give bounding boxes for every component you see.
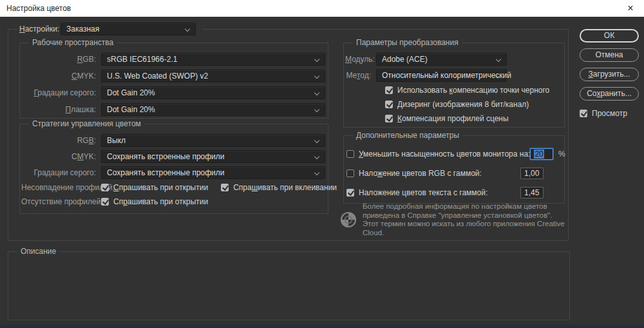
- scene-profiles-row: Компенсация профилей сцены: [345, 111, 560, 126]
- ws-gray-label: Градации серого:: [21, 88, 101, 97]
- intent-row: Метод: Относительный колориметрический: [345, 67, 560, 83]
- policies-group: Стратегии управления цветом RGB: Выкл CM…: [19, 124, 328, 214]
- desaturate-monitor-checkbox[interactable]: [346, 150, 354, 158]
- profile-mismatch-label: Несовпадение профилей:: [21, 183, 101, 192]
- ws-rgb-label: RGB:: [21, 55, 101, 64]
- ask-when-opening-checkbox[interactable]: [101, 184, 109, 191]
- save-button[interactable]: Сохранить...: [580, 87, 639, 101]
- ask-when-opening-pair: Спрашивать при открытии: [101, 183, 208, 192]
- desaturate-monitor-input[interactable]: 20: [530, 148, 553, 160]
- dither-checkbox[interactable]: [385, 101, 393, 108]
- blend-text-gamma-checkbox[interactable]: [346, 189, 354, 197]
- intent-label: Метод:: [345, 71, 376, 80]
- ask-when-pasting-pair: Спрашивать при вклеивании: [221, 183, 337, 192]
- ok-button[interactable]: ОК: [580, 29, 639, 43]
- chevron-down-icon: [496, 56, 501, 61]
- ask-when-pasting-checkbox[interactable]: [221, 184, 229, 191]
- ws-rgb-select[interactable]: sRGB IEC61966-2.1: [101, 53, 325, 66]
- engine-label: Модуль:: [345, 55, 376, 64]
- close-icon[interactable]: ×: [617, 0, 644, 17]
- preview-row: Просмотр: [580, 109, 639, 118]
- chevron-down-icon: [314, 90, 319, 95]
- ws-cmyk-label: CMYK:: [21, 72, 101, 81]
- chevron-down-icon: [314, 153, 319, 159]
- policy-gray-label: Градации серого:: [21, 168, 101, 177]
- ws-spot-label: Плашка:: [21, 105, 101, 114]
- intent-select[interactable]: Относительный колориметрический: [376, 69, 507, 82]
- chevron-down-icon: [185, 26, 190, 32]
- advanced-group: Дополнительные параметры Уменьшить насыщ…: [343, 135, 565, 204]
- ws-cmyk-row: CMYK: U.S. Web Coated (SWOP) v2: [21, 68, 327, 84]
- black-point-text: Использовать компенсацию точки черного: [397, 86, 549, 95]
- chevron-down-icon: [314, 73, 319, 79]
- black-point-row: Использовать компенсацию точки черного: [345, 83, 560, 97]
- desaturate-monitor-row: Уменьшить насыщенность цветов монитора н…: [346, 144, 560, 164]
- ws-gray-select[interactable]: Dot Gain 20%: [101, 86, 325, 99]
- blend-text-gamma-label: Наложение цветов текста с гаммой:: [359, 188, 520, 197]
- ws-rgb-row: RGB: sRGB IEC61966-2.1: [21, 51, 327, 68]
- chevron-down-icon: [314, 107, 319, 112]
- cancel-button[interactable]: Отмена: [580, 48, 639, 62]
- policy-rgb-row: RGB: Выкл: [21, 132, 327, 148]
- conversion-group: Параметры преобразования Модуль: Adobe (…: [343, 43, 565, 128]
- percent-suffix: %: [553, 150, 570, 159]
- chevron-down-icon: [314, 57, 319, 62]
- description-group: Описание: [8, 251, 570, 320]
- engine-row: Модуль: Adobe (ACE): [345, 51, 560, 67]
- ask-when-opening2-pair: Спрашивать при открытии: [101, 197, 208, 206]
- chevron-down-icon: [314, 169, 319, 175]
- black-point-checkbox[interactable]: [385, 86, 393, 94]
- ask-when-opening2-text: Спрашивать при открытии: [113, 197, 208, 206]
- preview-checkbox[interactable]: [580, 110, 587, 117]
- title-bar: Настройка цветов ×: [0, 0, 644, 17]
- window-title: Настройка цветов: [6, 0, 71, 17]
- working-spaces-title: Рабочие пространства: [29, 38, 117, 47]
- policy-gray-select[interactable]: Сохранять встроенные профили: [101, 166, 325, 179]
- scene-profiles-text: Компенсация профилей сцены: [397, 114, 509, 123]
- load-button[interactable]: Загрузить...: [580, 68, 639, 81]
- ask-when-opening-text: Спрашивать при открытии: [113, 183, 208, 192]
- blend-text-gamma-row: Наложение цветов текста с гаммой: 1,45: [346, 183, 560, 202]
- help-note-text: Более подробная информация по настройкам…: [363, 202, 566, 237]
- ws-spot-row: Плашка: Dot Gain 20%: [21, 101, 327, 118]
- policies-title: Стратегии управления цветом: [29, 119, 144, 128]
- policy-rgb-label: RGB:: [21, 136, 101, 145]
- policy-cmyk-select[interactable]: Сохранять встроенные профили: [101, 150, 325, 163]
- blend-rgb-gamma-checkbox[interactable]: [346, 169, 354, 177]
- policy-rgb-select[interactable]: Выкл: [101, 134, 325, 147]
- preview-label: Просмотр: [592, 109, 627, 118]
- background-edge: [0, 324, 644, 328]
- desaturate-monitor-label: Уменьшить насыщенность цветов монитора н…: [359, 150, 530, 159]
- ws-spot-select[interactable]: Dot Gain 20%: [101, 103, 325, 116]
- chevron-down-icon: [314, 137, 319, 142]
- policy-cmyk-row: CMYK: Сохранять встроенные профили: [21, 148, 327, 164]
- ask-when-opening2-checkbox[interactable]: [101, 198, 109, 206]
- policy-cmyk-label: CMYK:: [21, 152, 101, 161]
- preset-select[interactable]: Заказная: [61, 23, 196, 35]
- color-management-icon: [339, 211, 357, 229]
- help-note: Более подробная информация по настройкам…: [339, 202, 566, 237]
- policy-gray-row: Градации серого: Сохранять встроенные пр…: [21, 164, 327, 180]
- preset-row: Настройки: Заказная: [18, 22, 202, 36]
- scene-profiles-checkbox[interactable]: [385, 115, 393, 122]
- preset-label: Настройки:: [19, 24, 61, 34]
- button-column: ОК Отмена Загрузить... Сохранить... Прос…: [580, 29, 639, 118]
- ask-when-pasting-text: Спрашивать при вклеивании: [233, 183, 337, 192]
- advanced-title: Дополнительные параметры: [353, 131, 462, 140]
- engine-select[interactable]: Adobe (ACE): [376, 53, 507, 66]
- description-title: Описание: [17, 247, 59, 256]
- dither-text: Дизеринг (изображения 8 бит/канал): [397, 100, 529, 109]
- blend-rgb-gamma-input[interactable]: 1,00: [520, 168, 544, 179]
- conversion-title: Параметры преобразования: [353, 38, 462, 47]
- profile-mismatch-row: Несовпадение профилей: Спрашивать при от…: [21, 180, 327, 195]
- missing-profiles-label: Отсутствие профилей:: [21, 197, 101, 206]
- blend-rgb-gamma-label: Наложение цветов RGB с гаммой:: [359, 169, 520, 178]
- missing-profiles-row: Отсутствие профилей: Спрашивать при откр…: [21, 195, 327, 209]
- blend-rgb-gamma-row: Наложение цветов RGB с гаммой: 1,00: [346, 164, 560, 183]
- dither-row: Дизеринг (изображения 8 бит/канал): [345, 97, 560, 111]
- blend-text-gamma-input[interactable]: 1,45: [520, 187, 544, 198]
- ws-gray-row: Градации серого: Dot Gain 20%: [21, 84, 327, 101]
- working-spaces-group: Рабочие пространства RGB: sRGB IEC61966-…: [19, 43, 328, 119]
- ws-cmyk-select[interactable]: U.S. Web Coated (SWOP) v2: [101, 70, 325, 82]
